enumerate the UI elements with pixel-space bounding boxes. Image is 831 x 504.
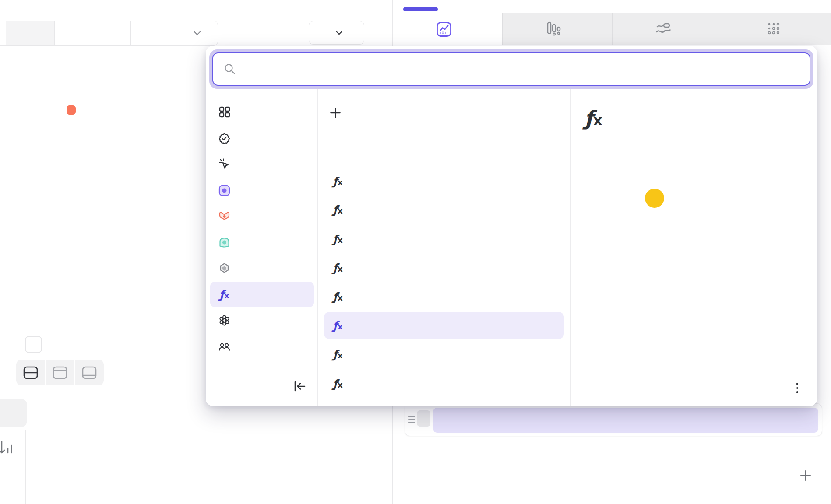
category-user[interactable] <box>210 308 314 333</box>
table-row-divider <box>0 497 392 497</box>
tab-insights[interactable] <box>393 13 502 46</box>
category-cohort[interactable] <box>210 334 314 359</box>
formula-icon: ƒx <box>333 290 349 303</box>
formula-icon-large: ƒx <box>585 106 602 130</box>
user-icon <box>218 315 230 326</box>
formula-item[interactable]: ƒx <box>324 341 564 368</box>
search-focus-ring <box>209 49 813 89</box>
sidebar-footer-divider <box>206 369 317 369</box>
formula-icon: ƒx <box>333 175 349 188</box>
time-range-3m[interactable] <box>54 21 93 46</box>
granularity-dropdown[interactable] <box>309 21 364 45</box>
plus-icon <box>329 107 342 119</box>
formula-item[interactable]: ƒx <box>324 225 564 252</box>
breakdown-tab-stub[interactable] <box>0 399 27 427</box>
table-header-divider <box>0 465 392 465</box>
chevron-down-icon <box>194 31 201 35</box>
formula-item[interactable]: ƒx <box>324 196 564 223</box>
metric-key-badge <box>417 410 430 427</box>
layout-switcher <box>16 360 104 385</box>
formula-item-selected[interactable]: ƒx <box>324 312 564 339</box>
tab-flows[interactable] <box>612 13 722 45</box>
collapse-left-icon <box>293 381 306 392</box>
formula-icon: ƒx <box>333 203 349 216</box>
more-options-button[interactable] <box>791 380 804 396</box>
formula-item[interactable]: ƒx <box>324 370 564 397</box>
list-divider <box>324 134 564 134</box>
drag-handle-icon[interactable] <box>408 416 415 424</box>
create-new-button[interactable] <box>317 100 570 126</box>
category-event[interactable] <box>210 151 314 177</box>
category-retention[interactable] <box>210 230 314 255</box>
formula-item[interactable]: ƒx <box>324 283 564 310</box>
funnel-icon <box>218 210 230 222</box>
category-formula[interactable]: ƒx <box>210 282 314 307</box>
report-tabbar <box>393 13 831 45</box>
chevron-down-icon <box>336 31 342 35</box>
formula-item[interactable]: ƒx <box>324 254 564 281</box>
app-screen: ƒx ƒx <box>0 0 831 504</box>
flows-icon <box>655 22 672 36</box>
table-column-divider <box>25 430 26 504</box>
metric-picker-modal: ƒx ƒx <box>206 46 817 406</box>
detail-footer-divider <box>571 369 817 369</box>
layout-top-button[interactable] <box>46 360 75 385</box>
event-icon <box>218 158 230 170</box>
sort-descending-icon[interactable] <box>0 439 15 457</box>
tab-funnels[interactable] <box>502 13 612 45</box>
select-metric-button[interactable] <box>433 408 818 433</box>
layout-bottom-icon <box>81 366 97 380</box>
time-range-12m[interactable] <box>130 21 173 46</box>
category-all[interactable] <box>210 99 314 125</box>
category-funnel[interactable] <box>210 203 314 229</box>
funnels-icon <box>546 21 561 36</box>
formula-icon: ƒx <box>333 262 349 274</box>
time-range-30d[interactable] <box>6 21 54 46</box>
tab-retention[interactable] <box>722 13 831 45</box>
modal-column-divider <box>570 89 571 406</box>
layout-bottom-button[interactable] <box>75 360 104 385</box>
retention-icon <box>767 22 781 36</box>
metric-row-card <box>405 403 822 436</box>
collapse-sidebar-button[interactable] <box>292 378 308 394</box>
collapsed-panel-indicator[interactable] <box>403 7 438 11</box>
formula-item[interactable]: ƒx <box>324 168 564 195</box>
time-range-6m[interactable] <box>93 21 130 46</box>
formula-icon: ƒx <box>333 378 349 390</box>
modal-column-divider <box>317 89 318 406</box>
legend-swatch-b <box>67 105 76 115</box>
category-simple[interactable] <box>210 178 314 203</box>
avatar <box>645 189 664 208</box>
formula-icon: ƒx <box>218 288 230 301</box>
formula-icon: ƒx <box>333 348 349 361</box>
layout-split-button[interactable] <box>16 360 46 385</box>
verified-icon <box>218 133 230 144</box>
search-input[interactable] <box>212 52 810 86</box>
time-range-control <box>0 21 218 46</box>
time-range-xtd[interactable] <box>173 21 218 46</box>
cohort-icon <box>218 341 230 352</box>
retention-icon <box>218 237 230 248</box>
time-range-partial[interactable] <box>0 21 6 46</box>
formula-icon: ƒx <box>333 233 349 245</box>
search-icon <box>224 63 236 75</box>
metric-icon <box>218 262 230 274</box>
grid-icon <box>218 106 230 118</box>
insights-icon <box>436 21 452 37</box>
category-metric[interactable] <box>210 256 314 281</box>
layout-top-icon <box>52 366 68 380</box>
category-verified[interactable] <box>210 126 314 151</box>
page-number-button[interactable] <box>25 336 42 353</box>
add-filter-button[interactable] <box>799 469 812 482</box>
simple-icon <box>218 185 230 196</box>
layout-split-icon <box>23 366 39 380</box>
formula-icon: ƒx <box>333 319 349 332</box>
